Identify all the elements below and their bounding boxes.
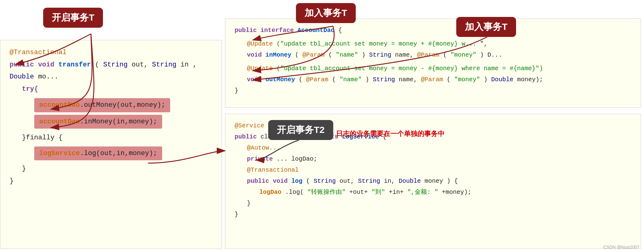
line-transactional: @Transactional xyxy=(10,46,212,59)
left-code-panel: @Transactional public void transfer ( St… xyxy=(0,40,222,249)
line-inmoney-decl: void inMoney ( @Param ( "name" ) String … xyxy=(247,50,631,61)
line-update1: @Update ("update tbl_account set money =… xyxy=(247,38,631,50)
line-close-log: } xyxy=(247,198,631,209)
watermark-text: CSDN @iisus2007 xyxy=(603,245,639,250)
note-text: 日志的业务需要在一个单独的事务中 xyxy=(336,129,445,138)
line-close-class: } xyxy=(235,209,631,220)
line-private-dao: private ... logDao; xyxy=(247,154,631,165)
line-logservice: logService.log(out,in,money); xyxy=(34,146,212,161)
bubble-join-t2: 加入事务T xyxy=(456,17,516,37)
line-log-method: public void log ( String out, String in,… xyxy=(247,176,631,187)
watermark: CSDN @iisus2007 xyxy=(603,245,639,250)
bubble-start-t2: 开启事务T2 xyxy=(268,120,333,140)
line-close-method: } xyxy=(10,175,212,187)
line-transactional2: @Transactional xyxy=(247,165,631,176)
right-top-panel: public interface AccountDao { @Update ("… xyxy=(225,18,641,108)
line-outmoney: accountDao.outMoney(out,money); xyxy=(34,98,212,113)
main-container: @Transactional public void transfer ( St… xyxy=(0,0,644,252)
line-finally: }finally { xyxy=(22,132,212,144)
bubble-start-t2-label: 开启事务T2 xyxy=(277,125,325,135)
line-update2: @Update ("update tbl_account set money =… xyxy=(247,63,631,74)
line-interface: public interface AccountDao { xyxy=(235,25,631,36)
line-interface-close: } xyxy=(235,85,631,96)
line-try: try{ xyxy=(22,83,212,95)
bubble-start-t-label: 开启事务T xyxy=(52,12,94,22)
bubble-join-t2-label: 加入事务T xyxy=(465,22,507,32)
line-transfer: public void transfer ( String out, Strin… xyxy=(10,59,212,83)
line-autowired: @Autow... xyxy=(247,142,631,154)
note-text-label: 日志的业务需要在一个单独的事务中 xyxy=(336,130,445,138)
bubble-join-t1-label: 加入事务T xyxy=(305,8,347,18)
bubble-join-t1: 加入事务T xyxy=(296,3,356,23)
bubble-start-t: 开启事务T xyxy=(43,8,103,28)
right-top-code-content: public interface AccountDao { @Update ("… xyxy=(225,19,641,102)
line-outmoney-decl: void outMoney ( @Param ( "name" ) String… xyxy=(247,74,631,85)
line-logdao-call: logDao .log( "转账操作由" +out+ "到" +in+ ",金额… xyxy=(259,187,631,198)
line-close-finally: } xyxy=(22,163,212,175)
left-code-content: @Transactional public void transfer ( St… xyxy=(0,40,222,193)
line-inmoney: accountDao.inMoney(in,money); xyxy=(34,114,212,129)
